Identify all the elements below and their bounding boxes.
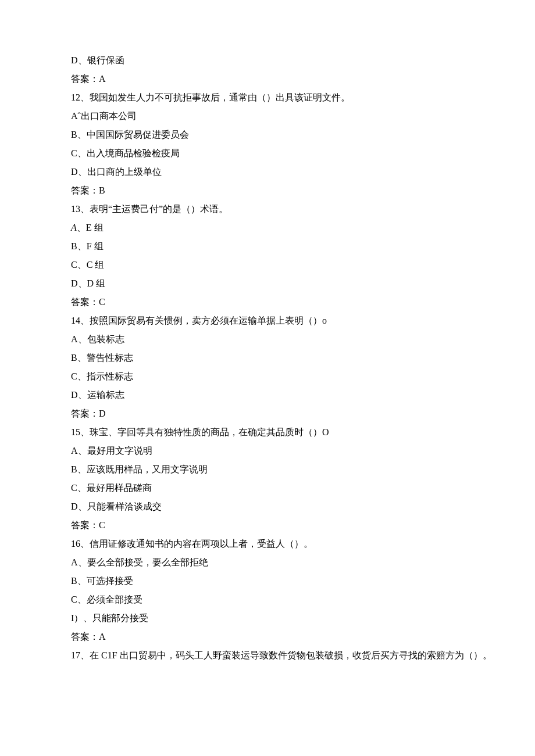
text-line: 17、在 C1F 出口贸易中，码头工人野蛮装运导致数件货物包装破损，收货后买方寻…	[52, 646, 535, 665]
text-line: 12、我国如发生人力不可抗拒事故后，通常由（）出具该证明文件。	[52, 88, 535, 107]
text-line: I）、只能部分接受	[52, 609, 535, 628]
text-line: B、警告性标志	[52, 349, 535, 367]
text-line: A、要么全部接受，要么全部拒绝	[52, 553, 535, 572]
text-line: 16、信用证修改通知书的内容在两项以上者，受益人（）。	[52, 535, 535, 553]
text-line: B、应该既用样品，又用文字说明	[52, 460, 535, 479]
text-line: 答案：C	[52, 516, 535, 535]
text-line: 答案：C	[52, 293, 535, 311]
text-line: 15、珠宝、字回等具有独特性质的商品，在确定其品质时（）O	[52, 423, 535, 442]
text-line: A、包装标志	[52, 330, 535, 349]
text-line: D、出口商的上级单位	[52, 163, 535, 181]
text-line: A、E 组	[52, 218, 535, 237]
text-line: C、必须全部接受	[52, 590, 535, 609]
text-line: B、可选择接受	[52, 572, 535, 590]
text-line: C、C 组	[52, 256, 535, 274]
text-line: D、银行保函	[52, 51, 535, 70]
text-span: 、E 组	[77, 223, 104, 232]
text-line: D、只能看样洽谈成交	[52, 497, 535, 516]
text-line: 14、按照国际贸易有关惯例，卖方必须在运输单据上表明（）o	[52, 311, 535, 330]
text-line: 答案：A	[52, 70, 535, 88]
text-line: A、最好用文字说明	[52, 442, 535, 460]
text-line: B、中国国际贸易促进委员会	[52, 126, 535, 144]
text-line: D、D 组	[52, 274, 535, 293]
text-line: C、最好用样品磋商	[52, 479, 535, 497]
text-line: 答案：A	[52, 628, 535, 646]
text-line: B、F 组	[52, 237, 535, 256]
text-span: A	[71, 223, 77, 232]
text-line: D、运输标志	[52, 386, 535, 404]
document-body: D、银行保函答案：A12、我国如发生人力不可抗拒事故后，通常由（）出具该证明文件…	[52, 51, 535, 665]
text-line: 答案：B	[52, 181, 535, 200]
text-line: 13、表明“主运费己付”的是（）术语。	[52, 200, 535, 218]
text-line: C、出入境商品检验检疫局	[52, 144, 535, 163]
text-line: Aˆ出口商本公司	[52, 107, 535, 126]
text-line: C、指示性标志	[52, 367, 535, 386]
text-line: 答案：D	[52, 404, 535, 423]
